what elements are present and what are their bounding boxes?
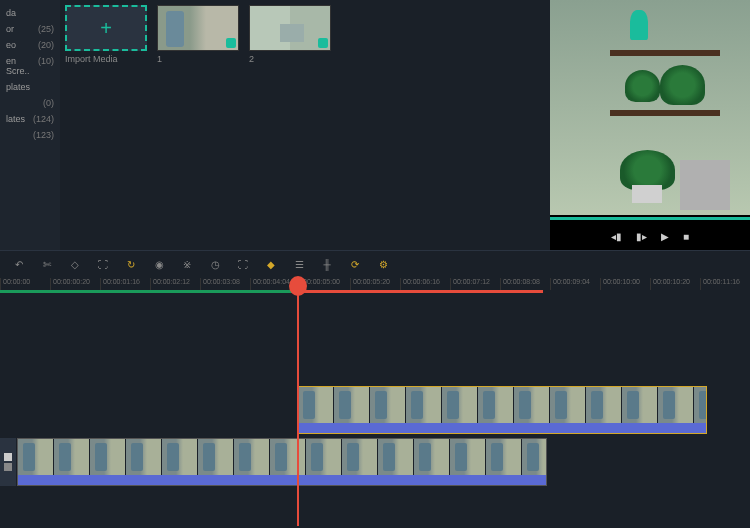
ruler-tick: 00:00:06:16 [400,278,450,290]
ruler-tick: 00:00:00:20 [50,278,100,290]
sidebar-item[interactable]: eo(20) [0,37,60,53]
timer-button[interactable]: ◷ [208,258,222,272]
media-clip-1[interactable]: 1 [157,5,239,64]
ruler-tick: 00:00:09:04 [550,278,600,290]
ruler-tick: 00:00:11:16 [700,278,750,290]
check-icon [226,38,236,48]
preview-progress[interactable] [550,217,750,220]
plus-icon: + [100,17,112,40]
crop-button[interactable]: ⛶ [96,258,110,272]
sidebar-item[interactable]: (0) [0,95,60,111]
check-icon [318,38,328,48]
import-media-button[interactable]: + Import Media [65,5,147,64]
timeline-tracks [0,296,750,526]
focus-button[interactable]: ⛶ [236,258,250,272]
ruler-tick: 00:00:10:00 [600,278,650,290]
next-frame-button[interactable]: ▮▸ [636,231,647,242]
ruler-tick: 00:00:05:20 [350,278,400,290]
sidebar: da or(25) eo(20) en Scre..(10) plates (0… [0,0,60,250]
sidebar-item[interactable]: en Scre..(10) [0,53,60,79]
prev-frame-button[interactable]: ◂▮ [611,231,622,242]
marker-range-green[interactable] [0,290,295,293]
sidebar-item[interactable]: (123) [0,127,60,143]
ruler-tick: 00:00:05:00 [300,278,350,290]
playhead[interactable] [297,278,299,526]
sidebar-item[interactable]: da [0,5,60,21]
marker-range-red[interactable] [295,290,543,293]
list-button[interactable]: ☰ [292,258,306,272]
reload-button[interactable]: ↻ [124,258,138,272]
ruler-tick: 00:00:07:12 [450,278,500,290]
media-clip-2[interactable]: 2 [249,5,331,64]
speed-button[interactable]: ◉ [152,258,166,272]
sidebar-item[interactable]: plates [0,79,60,95]
marker-button[interactable]: ◆ [264,258,278,272]
ruler-tick: 00:00:08:08 [500,278,550,290]
stop-button[interactable]: ■ [683,231,689,242]
preview-video[interactable] [550,0,750,215]
adjust-button[interactable]: ╫ [320,258,334,272]
video-clip[interactable] [297,386,707,434]
media-panel: + Import Media 1 2 [60,0,550,250]
refresh-button[interactable]: ⟳ [348,258,362,272]
ruler-tick: 00:00:03:08 [200,278,250,290]
track-header[interactable] [0,438,16,486]
ruler-tick: 00:00:10:20 [650,278,700,290]
tag-button[interactable]: ◇ [68,258,82,272]
import-label: Import Media [65,54,147,64]
preview-panel: ◂▮ ▮▸ ▶ ■ [550,0,750,250]
sidebar-item[interactable]: lates(124) [0,111,60,127]
play-button[interactable]: ▶ [661,231,669,242]
preview-controls: ◂▮ ▮▸ ▶ ■ [550,231,750,242]
cut-button[interactable]: ✄ [40,258,54,272]
timeline-toolbar: ↶ ✄ ◇ ⛶ ↻ ◉ ※ ◷ ⛶ ◆ ☰ ╫ ⟳ ⚙ [0,250,750,278]
thumb-label: 1 [157,54,239,64]
ruler-tick: 00:00:00 [0,278,50,290]
ruler-tick: 00:00:02:12 [150,278,200,290]
undo-button[interactable]: ↶ [12,258,26,272]
thumb-label: 2 [249,54,331,64]
fx-button[interactable]: ※ [180,258,194,272]
timeline-ruler[interactable]: 00:00:0000:00:00:2000:00:01:1600:00:02:1… [0,278,750,290]
timeline: 00:00:0000:00:00:2000:00:01:1600:00:02:1… [0,278,750,526]
sidebar-item[interactable]: or(25) [0,21,60,37]
settings-button[interactable]: ⚙ [376,258,390,272]
video-clip[interactable] [17,438,547,486]
ruler-tick: 00:00:01:16 [100,278,150,290]
